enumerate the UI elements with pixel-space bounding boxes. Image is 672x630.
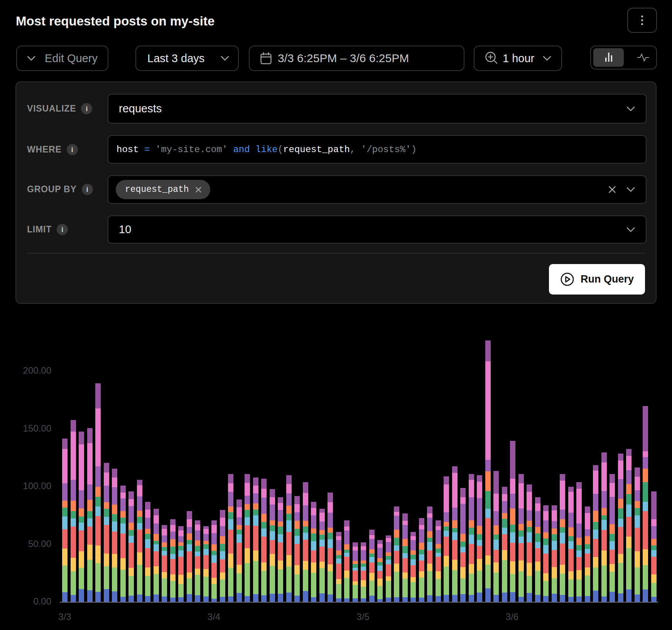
svg-text:150.00: 150.00 <box>23 423 51 434</box>
svg-text:3/6: 3/6 <box>506 611 518 622</box>
svg-text:50.00: 50.00 <box>28 539 51 549</box>
svg-text:200.00: 200.00 <box>23 365 51 376</box>
svg-text:3/4: 3/4 <box>208 611 220 622</box>
svg-text:0.00: 0.00 <box>33 596 51 606</box>
svg-text:100.00: 100.00 <box>23 481 51 491</box>
svg-text:3/5: 3/5 <box>356 611 369 622</box>
svg-text:3/3: 3/3 <box>58 611 71 622</box>
